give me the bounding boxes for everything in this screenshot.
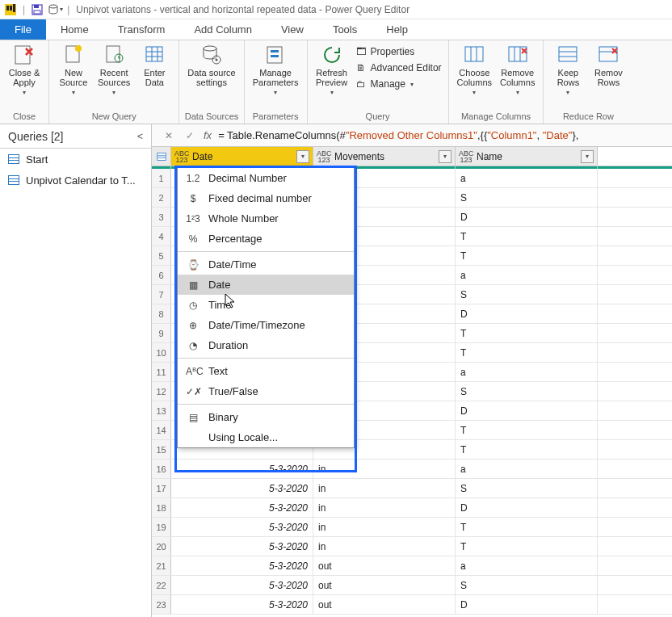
- enter-data-button[interactable]: Enter Data: [135, 42, 174, 89]
- save-icon[interactable]: [28, 1, 46, 19]
- column-header-name[interactable]: ABC 123 Name ▾: [456, 147, 598, 166]
- cell-name[interactable]: T: [456, 537, 598, 556]
- cell-movements[interactable]: in: [313, 498, 456, 517]
- cell-movements[interactable]: in: [313, 518, 456, 536]
- type-option[interactable]: ◷Time: [178, 295, 354, 315]
- tab-tools[interactable]: Tools: [318, 19, 372, 40]
- type-option[interactable]: AᴮCText: [178, 361, 354, 381]
- row-number[interactable]: 2: [152, 188, 171, 207]
- data-source-settings-button[interactable]: Data source settings: [184, 42, 238, 89]
- row-number[interactable]: 9: [152, 324, 171, 342]
- cell-date[interactable]: 5-3-2020: [171, 537, 313, 556]
- tab-add-column[interactable]: Add Column: [179, 19, 267, 40]
- type-icon[interactable]: ABC 123: [174, 150, 189, 163]
- type-option[interactable]: ▤Binary: [178, 407, 354, 427]
- row-number[interactable]: 22: [152, 576, 171, 594]
- collapse-queries-icon[interactable]: <: [137, 131, 143, 142]
- table-row[interactable]: 195-3-2020inT: [152, 518, 672, 537]
- row-number[interactable]: 10: [152, 343, 171, 362]
- cell-name[interactable]: T: [456, 227, 598, 246]
- manage-button[interactable]: 🗀Manage▾: [353, 76, 443, 92]
- table-row[interactable]: 175-3-2020inS: [152, 479, 672, 498]
- table-row[interactable]: 165-3-2020ina: [152, 460, 672, 479]
- cell-name[interactable]: S: [456, 285, 598, 304]
- cell-date[interactable]: 5-3-2020: [171, 556, 313, 575]
- cell-name[interactable]: S: [456, 188, 598, 207]
- row-number[interactable]: 12: [152, 382, 171, 401]
- row-number[interactable]: 16: [152, 460, 171, 478]
- table-row[interactable]: 205-3-2020inT: [152, 537, 672, 556]
- cell-name[interactable]: T: [456, 343, 598, 362]
- cell-name[interactable]: a: [456, 169, 598, 187]
- cell-date[interactable]: 5-3-2020: [171, 498, 313, 517]
- cell-movements[interactable]: in: [313, 460, 456, 478]
- row-number[interactable]: 8: [152, 304, 171, 323]
- row-number[interactable]: 1: [152, 169, 171, 187]
- type-option[interactable]: ◔Duration: [178, 335, 354, 355]
- row-number[interactable]: 14: [152, 421, 171, 439]
- tab-transform[interactable]: Transform: [103, 19, 180, 40]
- properties-button[interactable]: 🗔Properties: [353, 44, 443, 60]
- select-all-corner[interactable]: [152, 147, 171, 166]
- query-item-start[interactable]: Start: [0, 149, 151, 170]
- formula-commit-icon[interactable]: ✓: [183, 128, 197, 143]
- row-number[interactable]: 4: [152, 227, 171, 246]
- type-option[interactable]: ▦Date: [178, 275, 354, 295]
- cell-name[interactable]: a: [456, 266, 598, 284]
- tab-help[interactable]: Help: [372, 19, 422, 40]
- cell-name[interactable]: T: [456, 421, 598, 439]
- manage-parameters-button[interactable]: Manage Parameters▾: [250, 42, 302, 98]
- cell-name[interactable]: T: [456, 246, 598, 265]
- tab-view[interactable]: View: [267, 19, 318, 40]
- type-option[interactable]: ⌚Date/Time: [178, 254, 354, 275]
- cell-date[interactable]: 5-3-2020: [171, 518, 313, 536]
- row-number[interactable]: 6: [152, 266, 171, 284]
- column-filter-date[interactable]: ▾: [296, 150, 309, 163]
- remove-rows-button[interactable]: Remov Rows: [589, 42, 628, 89]
- row-number[interactable]: 11: [152, 363, 171, 381]
- recent-sources-button[interactable]: Recent Sources▾: [94, 42, 133, 98]
- cell-name[interactable]: D: [456, 304, 598, 323]
- cell-name[interactable]: S: [456, 382, 598, 401]
- keep-rows-button[interactable]: Keep Rows▾: [548, 42, 587, 98]
- cell-name[interactable]: D: [456, 208, 598, 226]
- cell-movements[interactable]: out: [313, 556, 456, 575]
- cell-name[interactable]: D: [456, 498, 598, 517]
- type-option[interactable]: ⊕Date/Time/Timezone: [178, 315, 354, 335]
- tab-home[interactable]: Home: [46, 19, 103, 40]
- tab-file[interactable]: File: [0, 19, 46, 40]
- column-filter-movements[interactable]: ▾: [439, 150, 452, 163]
- column-filter-name[interactable]: ▾: [581, 150, 594, 163]
- cell-name[interactable]: a: [456, 363, 598, 381]
- row-number[interactable]: 3: [152, 208, 171, 226]
- cell-movements[interactable]: out: [313, 595, 456, 614]
- cell-name[interactable]: T: [456, 324, 598, 342]
- column-header-movements[interactable]: ABC 123 Movements ▾: [313, 147, 456, 166]
- row-number[interactable]: 17: [152, 479, 171, 497]
- cell-movements[interactable]: in: [313, 479, 456, 497]
- column-header-date[interactable]: ABC 123 Date ▾: [171, 147, 313, 166]
- cell-name[interactable]: T: [456, 518, 598, 536]
- formula-text[interactable]: = Table.RenameColumns(#"Removed Other Co…: [218, 129, 578, 141]
- query-item-unpivot[interactable]: Unpivot Calendar to T...: [0, 170, 151, 191]
- formula-cancel-icon[interactable]: ✕: [162, 128, 176, 143]
- row-number[interactable]: 20: [152, 537, 171, 556]
- type-option[interactable]: ✓✗True/False: [178, 381, 354, 401]
- table-row[interactable]: 185-3-2020inD: [152, 498, 672, 518]
- type-option[interactable]: Using Locale...: [178, 427, 354, 447]
- cell-date[interactable]: 5-3-2020: [171, 576, 313, 594]
- type-option[interactable]: 1²3Whole Number: [178, 208, 354, 229]
- new-source-button[interactable]: New Source▾: [54, 42, 93, 98]
- refresh-preview-button[interactable]: Refresh Preview▾: [313, 42, 351, 98]
- cell-name[interactable]: T: [456, 440, 598, 459]
- row-number[interactable]: 18: [152, 498, 171, 517]
- data-source-quick-icon[interactable]: ▾: [46, 1, 64, 19]
- row-number[interactable]: 13: [152, 401, 171, 420]
- cell-name[interactable]: S: [456, 479, 598, 497]
- table-row[interactable]: 225-3-2020outS: [152, 576, 672, 595]
- cell-name[interactable]: S: [456, 576, 598, 594]
- choose-columns-button[interactable]: Choose Columns▾: [454, 42, 495, 98]
- cell-date[interactable]: 5-3-2020: [171, 595, 313, 614]
- remove-columns-button[interactable]: Remove Columns▾: [497, 42, 538, 98]
- cell-movements[interactable]: in: [313, 537, 456, 556]
